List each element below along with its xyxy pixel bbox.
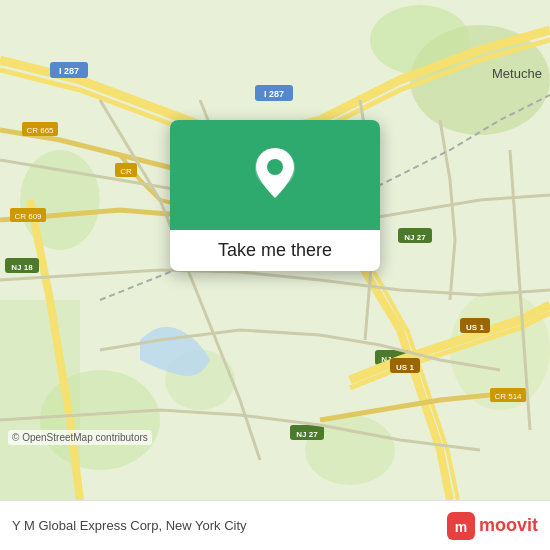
card-map-area <box>170 120 380 230</box>
moovit-logo-icon: m <box>447 512 475 540</box>
moovit-logo: m moovit <box>447 512 538 540</box>
svg-text:m: m <box>455 519 467 535</box>
svg-text:CR 514: CR 514 <box>494 392 522 401</box>
svg-text:NJ 27: NJ 27 <box>404 233 426 242</box>
location-pin-icon <box>251 146 299 204</box>
location-text: Y M Global Express Corp, New York City <box>12 518 247 533</box>
svg-text:US 1: US 1 <box>396 363 414 372</box>
svg-text:NJ 18: NJ 18 <box>11 263 33 272</box>
svg-point-37 <box>267 159 283 175</box>
svg-text:CR 665: CR 665 <box>26 126 54 135</box>
svg-text:I 287: I 287 <box>264 89 284 99</box>
map-container: I 287 I 287 NJ 27 NJ 27 NJ 27 US 1 US 1 … <box>0 0 550 500</box>
take-me-there-card: Take me there <box>170 120 380 271</box>
map-copyright: © OpenStreetMap contributors <box>8 430 152 445</box>
moovit-logo-text: moovit <box>479 515 538 536</box>
svg-text:CR: CR <box>120 167 132 176</box>
card-action-area[interactable]: Take me there <box>170 230 380 271</box>
svg-text:NJ 27: NJ 27 <box>296 430 318 439</box>
svg-text:Metuche: Metuche <box>492 66 542 81</box>
svg-text:US 1: US 1 <box>466 323 484 332</box>
svg-text:CR 609: CR 609 <box>14 212 42 221</box>
svg-point-2 <box>370 5 470 75</box>
take-me-there-button[interactable]: Take me there <box>186 240 364 261</box>
svg-text:I 287: I 287 <box>59 66 79 76</box>
svg-point-4 <box>40 370 160 470</box>
bottom-bar: Y M Global Express Corp, New York City m… <box>0 500 550 550</box>
